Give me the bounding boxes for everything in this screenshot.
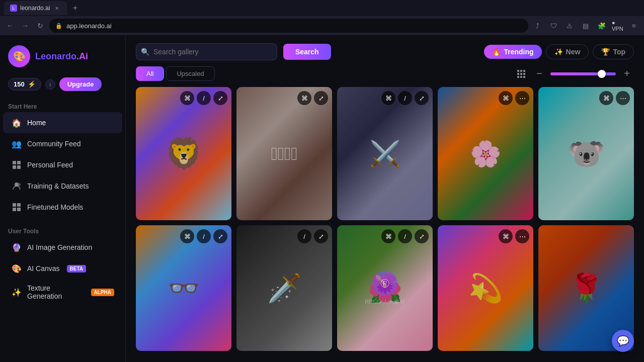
sidebar-item-texture[interactable]: ✨ Texture Generation ALPHA <box>3 279 122 305</box>
filter-all-tab[interactable]: All <box>136 66 164 81</box>
action-expand-btn[interactable]: ⤢ <box>314 229 328 243</box>
zoom-slider[interactable] <box>550 72 616 75</box>
action-cmd-btn[interactable]: ⌘ <box>297 91 311 105</box>
filter-upscaled-tab[interactable]: Upscaled <box>166 66 214 81</box>
item-actions: ⌘ ⋯ <box>499 229 529 243</box>
gallery-item[interactable]: 🗡️ / ⤢ <box>236 225 332 351</box>
menu-btn[interactable]: ≡ <box>628 20 640 32</box>
sidebar-btn[interactable]: ▤ <box>580 20 592 32</box>
trending-tab[interactable]: 🔥 Trending <box>484 45 541 59</box>
forward-btn[interactable]: → <box>19 20 31 32</box>
feed-tabs: 🔥 Trending ✨ New 🏆 Top <box>484 44 634 59</box>
search-bar-area: 🔍 Search 🔥 Trending ✨ New 🏆 Top <box>126 35 644 66</box>
sidebar-item-community-feed[interactable]: 👥 Community Feed <box>3 133 122 154</box>
search-icon: 🔍 <box>141 48 149 56</box>
action-expand-btn[interactable]: ⤢ <box>314 91 328 105</box>
browser-toolbar: ← → ↻ 🔒 app.leonardo.ai ⤴ 🛡 ⚠ ▤ 🧩 ● VPN … <box>0 16 644 35</box>
search-input[interactable] <box>136 43 277 60</box>
action-dots-btn[interactable]: ⋯ <box>515 229 529 243</box>
action-cmd-btn[interactable]: ⌘ <box>180 229 194 243</box>
back-btn[interactable]: ← <box>4 20 16 32</box>
item-overlay <box>136 225 231 351</box>
upgrade-button[interactable]: Upgrade <box>59 77 102 91</box>
gallery-item[interactable]: 🦁 ⌘ / ⤢ <box>136 87 231 220</box>
sidebar-item-home[interactable]: 🏠 Home <box>3 112 122 133</box>
action-cmd-btn[interactable]: ⌘ <box>499 91 513 105</box>
action-cmd-btn[interactable]: ⌘ <box>381 229 395 243</box>
start-here-section-title: Start Here <box>0 99 125 112</box>
sidebar-item-ai-canvas[interactable]: 🎨 AI Canvas BETA <box>3 258 122 279</box>
action-slash-btn[interactable]: / <box>197 229 211 243</box>
texture-alpha-badge: ALPHA <box>91 289 114 296</box>
ai-canvas-icon: 🎨 <box>11 263 22 274</box>
refresh-btn[interactable]: ↻ <box>34 20 46 32</box>
grid-view-btn[interactable] <box>514 67 528 81</box>
token-value: 150 <box>14 80 25 88</box>
action-cmd-btn[interactable]: ⌘ <box>599 91 613 105</box>
info-btn[interactable]: i <box>45 79 55 89</box>
sidebar-item-training[interactable]: Training & Datasets <box>3 175 122 197</box>
active-tab[interactable]: L leonardo.ai ✕ <box>4 1 67 15</box>
gallery-item[interactable]: ⚔️ ⌘ / ⤢ <box>337 87 433 220</box>
url-text: app.leonardo.ai <box>66 22 112 30</box>
action-cmd-btn[interactable]: ⌘ <box>499 229 513 243</box>
action-expand-btn[interactable]: ⤢ <box>213 91 227 105</box>
share-btn[interactable]: ⤴ <box>531 20 543 32</box>
svg-rect-10 <box>517 70 519 72</box>
new-tab[interactable]: ✨ New <box>546 44 589 59</box>
action-slash-btn[interactable]: / <box>398 229 412 243</box>
gallery-grid: 🦁 ⌘ / ⤢ 𓀀𓂀𓃒𓄿 ⌘ ⤢ <box>136 87 634 351</box>
search-button[interactable]: Search <box>283 44 331 60</box>
sidebar-item-ai-image[interactable]: 🔮 AI Image Generation <box>3 237 122 258</box>
item-actions: ⌘ ⋯ <box>499 91 529 105</box>
gallery-item[interactable]: 🌺 ⌘ / ⤢ ® RRCG 人人素材 <box>337 225 433 351</box>
action-cmd-btn[interactable]: ⌘ <box>180 91 194 105</box>
filter-tabs: All Upscaled <box>136 66 215 81</box>
new-tab-btn[interactable]: + <box>69 2 81 14</box>
sidebar-item-finetuned-label: Finetuned Models <box>27 203 83 211</box>
address-bar[interactable]: 🔒 app.leonardo.ai <box>49 19 528 33</box>
action-dots-btn[interactable]: ⋯ <box>616 91 630 105</box>
item-actions: ⌘ ⤢ <box>297 91 328 105</box>
action-expand-btn[interactable]: ⤢ <box>415 91 429 105</box>
zoom-in-btn[interactable]: + <box>620 67 634 81</box>
top-tab[interactable]: 🏆 Top <box>593 44 634 59</box>
ai-image-icon: 🔮 <box>11 242 22 253</box>
action-dots-btn[interactable]: ⋯ <box>515 91 529 105</box>
gallery-item[interactable]: 𓀀𓂀𓃒𓄿 ⌘ ⤢ <box>236 87 332 220</box>
extensions-btn[interactable]: 🧩 <box>596 20 608 32</box>
action-cmd-btn[interactable]: ⌘ <box>381 91 395 105</box>
chat-button[interactable]: 💬 <box>612 330 634 352</box>
svg-point-5 <box>18 183 21 186</box>
svg-rect-17 <box>520 76 522 78</box>
sidebar-item-personal-feed[interactable]: Personal Feed <box>3 154 122 175</box>
ai-canvas-beta-badge: BETA <box>67 265 86 273</box>
zoom-out-btn[interactable]: − <box>532 67 546 81</box>
trending-label: Trending <box>504 48 533 56</box>
item-overlay <box>438 87 533 220</box>
item-actions: ⌘ / ⤢ <box>180 229 227 243</box>
action-slash-btn[interactable]: / <box>197 91 211 105</box>
action-expand-btn[interactable]: ⤢ <box>415 229 429 243</box>
action-slash-btn[interactable]: / <box>297 229 311 243</box>
user-tools-section-title: User Tools <box>0 224 125 237</box>
vpn-btn[interactable]: ● VPN <box>612 20 624 32</box>
user-stats: 150 ⚡ i Upgrade <box>0 75 125 99</box>
shield-btn[interactable]: 🛡 <box>547 20 559 32</box>
sidebar-item-finetuned[interactable]: Finetuned Models <box>3 197 122 218</box>
gallery-item[interactable]: 🐨 ⌘ ⋯ <box>538 87 634 220</box>
action-expand-btn[interactable]: ⤢ <box>213 229 227 243</box>
zoom-thumb <box>598 70 606 78</box>
gallery-item[interactable]: 🌸 ⌘ ⋯ <box>438 87 533 220</box>
alert-btn[interactable]: ⚠ <box>564 20 576 32</box>
action-slash-btn[interactable]: / <box>398 91 412 105</box>
sidebar-item-community-feed-label: Community Feed <box>27 140 81 148</box>
brand-name: Leonardo.Ai <box>35 51 88 62</box>
tab-close-btn[interactable]: ✕ <box>53 4 61 12</box>
token-lightning-icon: ⚡ <box>28 80 36 88</box>
gallery-item[interactable]: 👓 ⌘ / ⤢ <box>136 225 231 351</box>
svg-rect-12 <box>523 70 525 72</box>
new-icon: ✨ <box>554 48 563 56</box>
gallery-item[interactable]: 💫 ⌘ ⋯ <box>438 225 533 351</box>
item-actions: ⌘ ⋯ <box>599 91 630 105</box>
